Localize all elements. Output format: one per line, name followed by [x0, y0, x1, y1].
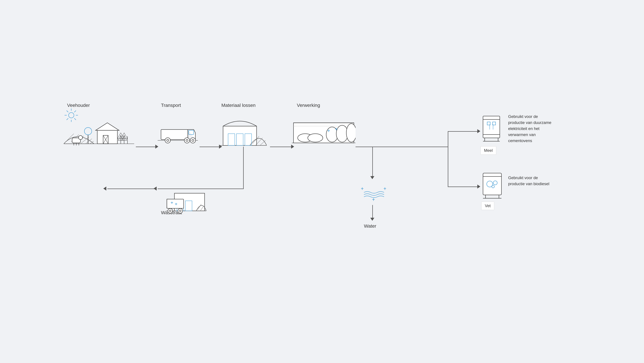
- svg-point-59: [346, 124, 356, 142]
- svg-point-79: [168, 208, 172, 213]
- diagram-container: Veehouder: [54, 64, 590, 299]
- vet-label: Vet: [485, 204, 491, 208]
- line-down-to-wasstraat-path: [243, 146, 244, 188]
- svg-point-41: [184, 138, 190, 143]
- truck-icon: [158, 121, 198, 145]
- svg-line-49: [260, 140, 266, 146]
- meel-caption: Meel: [480, 146, 496, 155]
- line-down-to-water: [372, 146, 373, 177]
- wasstraat-icon: [156, 182, 206, 216]
- verwerking-label: Verwerking: [297, 103, 320, 108]
- vet-caption: Vet: [481, 202, 494, 210]
- transport-label: Transport: [161, 103, 181, 108]
- processing-icon: [292, 113, 356, 150]
- arrow-down-water-2-head: [370, 218, 374, 221]
- svg-point-39: [165, 138, 170, 143]
- water-label: Water: [364, 224, 376, 229]
- svg-point-61: [308, 134, 323, 142]
- arrow-down-water-head: [370, 176, 374, 179]
- line-down-from-water: [372, 205, 373, 218]
- arrow-to-vet-head: [477, 184, 480, 188]
- arrow-materiaal-verwerking: [270, 146, 292, 147]
- line-to-vet: [448, 186, 478, 187]
- veehouder-label: Veehouder: [67, 103, 90, 108]
- svg-point-81: [178, 208, 183, 213]
- svg-point-31: [78, 136, 82, 140]
- line-verwerking-outputs: [356, 146, 448, 147]
- svg-rect-78: [167, 199, 184, 208]
- meel-description: Gebruikt voor de productie van duurzame …: [508, 114, 555, 144]
- svg-rect-36: [161, 130, 188, 140]
- svg-point-22: [84, 128, 92, 135]
- arrow-exit-left-head: [103, 186, 106, 190]
- line-meel-vet-connect: [448, 131, 448, 186]
- materiaal-lossen-label: Materiaal lossen: [221, 103, 256, 108]
- arrow-veehouder-transport: [136, 146, 156, 147]
- svg-rect-16: [97, 130, 118, 144]
- water-icon: [359, 185, 389, 206]
- meel-icon: [480, 113, 503, 144]
- vet-icon: [480, 170, 504, 200]
- svg-line-7: [74, 110, 76, 112]
- arrow-transport-materiaal: [200, 146, 220, 147]
- meel-label: Meel: [484, 148, 493, 153]
- svg-point-43: [190, 138, 196, 143]
- line-to-meel: [448, 131, 478, 132]
- svg-marker-17: [96, 123, 119, 130]
- svg-line-5: [66, 110, 68, 112]
- farm-scene-icon: [64, 116, 134, 150]
- vet-description: Gebruikt voor de productie van biodiesel: [508, 175, 555, 187]
- warehouse-icon: [220, 114, 267, 152]
- line-exit-left: [107, 188, 156, 189]
- svg-line-15: [90, 141, 94, 144]
